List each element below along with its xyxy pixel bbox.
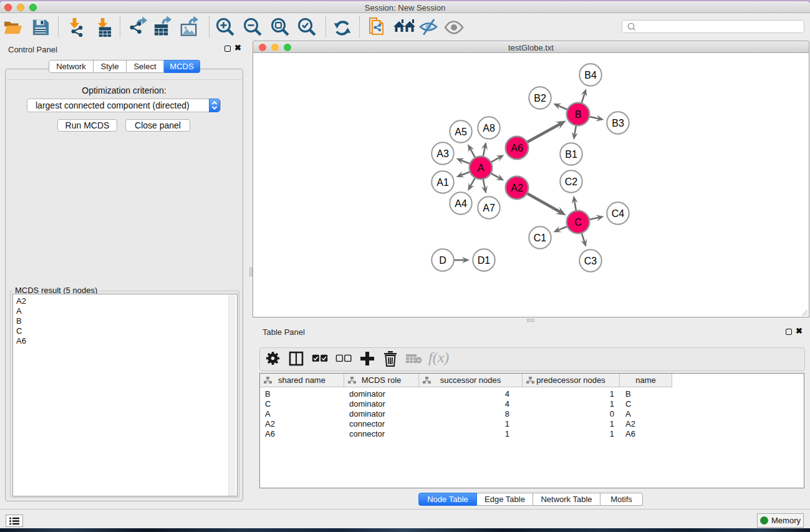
svg-text:B2: B2 [534, 93, 546, 104]
svg-text:C4: C4 [612, 208, 625, 219]
svg-text:A8: A8 [483, 123, 495, 133]
svg-text:A: A [478, 163, 485, 173]
svg-text:A7: A7 [483, 203, 495, 213]
svg-text:A2: A2 [511, 183, 523, 193]
svg-text:B: B [575, 109, 582, 120]
svg-text:D1: D1 [478, 255, 491, 266]
svg-text:A1: A1 [436, 177, 449, 188]
svg-text:C2: C2 [565, 177, 578, 187]
svg-text:C1: C1 [534, 233, 547, 243]
svg-text:A5: A5 [455, 127, 467, 137]
svg-text:A6: A6 [511, 143, 523, 153]
svg-text:B1: B1 [565, 149, 577, 160]
svg-text:B4: B4 [584, 70, 597, 80]
svg-text:C3: C3 [584, 256, 597, 266]
svg-text:A3: A3 [436, 148, 449, 159]
svg-text:C: C [574, 217, 582, 228]
svg-text:B3: B3 [612, 118, 624, 128]
svg-text:A4: A4 [455, 198, 467, 209]
svg-text:D: D [439, 255, 446, 266]
